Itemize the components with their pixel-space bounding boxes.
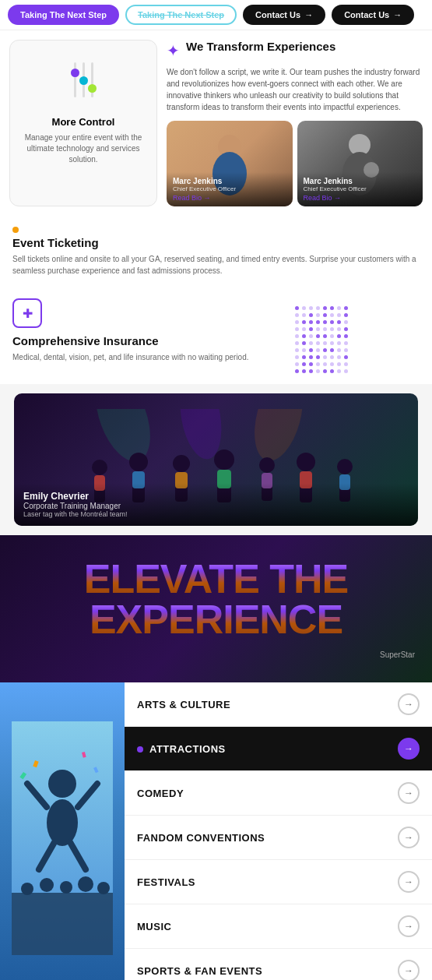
insurance-title: Comprehensive Insurance	[12, 334, 286, 347]
star-icon: ✦	[167, 41, 180, 60]
category-item-festivals[interactable]: FESTIVALS→	[125, 860, 432, 904]
slider-1	[74, 62, 76, 97]
dot-grid-item	[295, 306, 299, 310]
svg-point-20	[337, 459, 353, 474]
category-arrow-icon: →	[398, 738, 420, 760]
dot-grid-item	[309, 313, 313, 317]
dot-grid-item	[316, 369, 320, 373]
dot-grid-item	[337, 306, 341, 310]
dot-grid-item	[309, 355, 313, 359]
read-bio-2[interactable]: Read Bio →	[304, 194, 417, 202]
dot-grid-item	[337, 362, 341, 366]
dot-grid-item	[344, 341, 348, 345]
category-arrow-icon: →	[398, 693, 420, 715]
category-arrow-icon: →	[398, 827, 420, 848]
dot-grid-item	[323, 334, 327, 338]
dot-grid-item	[316, 327, 320, 331]
dot-grid-item	[316, 355, 320, 359]
contact-us-dark-label: Contact Us	[255, 10, 300, 19]
dot-grid-item	[330, 313, 334, 317]
dot-grid-item	[344, 355, 348, 359]
slider-3	[91, 62, 93, 97]
categories-image	[0, 682, 125, 980]
dot-grid-item	[302, 355, 306, 359]
categories-list: ARTS & CULTURE→ATTRACTIONS→COMEDY→FANDOM…	[125, 682, 432, 980]
dot-grid-item	[309, 327, 313, 331]
nav-btn-taking-next-step-2[interactable]: Taking The Next Step	[125, 5, 237, 25]
nav-contact-us-outline[interactable]: Contact Us →	[332, 5, 414, 25]
arrow-icon-2: →	[393, 10, 402, 19]
dot-grid-item	[295, 355, 299, 359]
transform-section: ✦ We Transform Experiences We don't foll…	[167, 40, 423, 206]
dot-grid-item	[323, 341, 327, 345]
dot-grid-item	[309, 362, 313, 366]
category-arrow-icon: →	[398, 782, 420, 804]
insurance-desc: Medical, dental, vision, pet, and life i…	[12, 351, 286, 363]
dot-grid-item	[344, 320, 348, 324]
insurance-left: ✚ Comprehensive Insurance Medical, denta…	[12, 298, 286, 363]
category-arrow-icon: →	[398, 915, 420, 937]
transform-desc: We don't follow a script, we write it. O…	[167, 66, 423, 113]
dot-grid-item	[344, 369, 348, 373]
dot-grid-item	[330, 348, 334, 352]
transform-title: We Transform Experiences	[186, 40, 335, 53]
dot-grid-item	[309, 306, 313, 310]
dot-grid-item	[295, 348, 299, 352]
category-item-sports-and-fan-events[interactable]: SPORTS & FAN EVENTS→	[125, 949, 432, 980]
category-item-music[interactable]: MUSIC→	[125, 904, 432, 949]
person1-name: Marc Jenkins	[173, 177, 286, 185]
team-photo-overlay-2: Marc Jenkins Chief Executive Officer Rea…	[297, 172, 423, 206]
category-arrow-icon: →	[398, 871, 420, 893]
dot-grid-item	[316, 320, 320, 324]
dot-grid-item	[330, 306, 334, 310]
active-category-dot	[137, 746, 143, 753]
more-control-card: More Control Manage your entire event wi…	[9, 40, 157, 206]
dot-grid-item	[302, 334, 306, 338]
slider-2	[83, 62, 85, 97]
more-control-desc: Manage your entire event with the ultima…	[23, 132, 144, 165]
slider-knob-purple	[71, 69, 79, 77]
elevate-sub: SuperStar	[380, 650, 415, 659]
svg-point-18	[297, 453, 315, 471]
svg-point-31	[47, 799, 78, 846]
person-jumping	[12, 721, 113, 955]
svg-point-14	[214, 449, 234, 470]
person2-role: Chief Executive Officer	[304, 185, 417, 192]
dot-grid: // Will render dots via JS below	[295, 298, 420, 373]
read-bio-1[interactable]: Read Bio →	[173, 194, 286, 202]
insurance-section: ✚ Comprehensive Insurance Medical, denta…	[0, 287, 432, 384]
elevate-footer: SuperStar	[12, 646, 420, 659]
emily-card: Emily Chevrier Corporate Training Manage…	[14, 393, 418, 526]
category-item-attractions[interactable]: ATTRACTIONS→	[125, 727, 432, 771]
category-item-fandom-conventions[interactable]: FANDOM CONVENTIONS→	[125, 816, 432, 860]
nav-contact-us-dark[interactable]: Contact Us →	[243, 5, 325, 25]
svg-point-41	[97, 882, 110, 894]
dot-grid-item	[337, 355, 341, 359]
dot-grid-item	[302, 341, 306, 345]
category-name: ARTS & CULTURE	[137, 699, 230, 710]
dot-grid-item	[316, 306, 320, 310]
emily-role: Corporate Training Manager	[23, 502, 409, 510]
category-item-arts-and-culture[interactable]: ARTS & CULTURE→	[125, 682, 432, 727]
dot-grid-item	[316, 362, 320, 366]
dot-grid-item	[295, 369, 299, 373]
slider-line-1	[74, 62, 76, 97]
team-photo-1: Marc Jenkins Chief Executive Officer Rea…	[167, 121, 293, 206]
team-photo-2: Marc Jenkins Chief Executive Officer Rea…	[297, 121, 423, 206]
emily-name: Emily Chevrier	[23, 491, 409, 502]
nav-btn-taking-next-step-1[interactable]: Taking The Next Step	[8, 5, 119, 25]
dot-pattern	[295, 298, 348, 373]
dot-grid-item	[323, 320, 327, 324]
arrow-icon: →	[304, 10, 313, 19]
dot-grid-item	[302, 306, 306, 310]
category-name: MUSIC	[137, 921, 171, 932]
dot-grid-item	[323, 306, 327, 310]
top-navigation: Taking The Next Step Taking The Next Ste…	[0, 0, 432, 30]
category-item-comedy[interactable]: COMEDY→	[125, 771, 432, 816]
dot-grid-item	[323, 355, 327, 359]
dot-grid-item	[309, 341, 313, 345]
dot-grid-item	[330, 369, 334, 373]
emily-overlay: Emily Chevrier Corporate Training Manage…	[14, 483, 418, 526]
ticketing-dot	[12, 227, 19, 233]
elevate-banner: ELEVATE THE EXPERIENCE SuperStar	[0, 535, 432, 682]
